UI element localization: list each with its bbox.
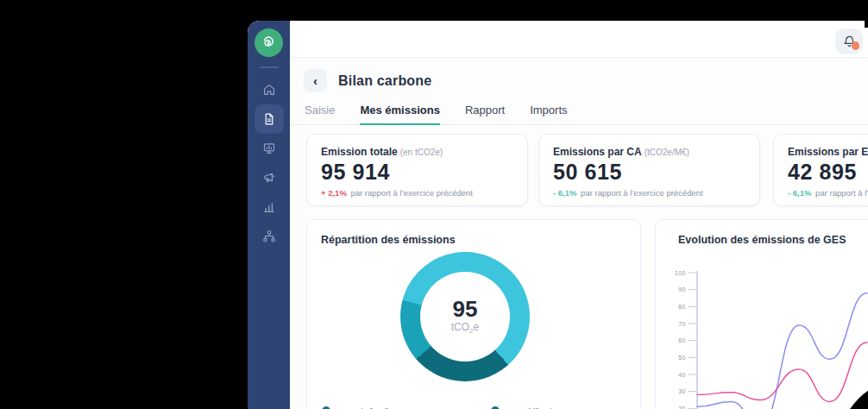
emissions-donut: 95 tCO2e [400, 252, 530, 381]
page-header: ‹ Bilan carbone [290, 58, 868, 92]
donut-center-unit: tCO2e [451, 321, 479, 335]
logo-spiral-icon [261, 35, 277, 51]
tab-rapport[interactable]: Rapport [465, 104, 505, 124]
stat-card-value: 95 914 [321, 160, 513, 185]
stat-card-title: Emissions par ETP(tCO2e/ETP) [788, 146, 868, 158]
tab-mes-emissions[interactable]: Mes émissions [360, 104, 440, 125]
sidebar-item-documents[interactable] [255, 104, 284, 134]
document-icon [262, 112, 276, 126]
content-area: Emission totale(en tCO2e) 95 914 + 2,1% … [290, 125, 868, 409]
notification-badge [852, 41, 859, 50]
page-background: ‹ Bilan carbone Saisie Mes émissions Rap… [0, 0, 868, 409]
evolution-ges-panel: Evolution des émissions de GES 100908070… [655, 219, 868, 409]
sidebar-divider [260, 66, 279, 68]
sidebar-item-dashboard[interactable] [255, 134, 284, 163]
tab-imports[interactable]: Imports [530, 104, 567, 124]
app-window: ‹ Bilan carbone Saisie Mes émissions Rap… [248, 21, 868, 409]
legend-item-immobilisation: Immobilisation 86 [491, 398, 627, 409]
page-title: Bilan carbone [338, 73, 431, 89]
charts-row: Répartition des émissions 95 tCO2e Energ… [306, 219, 868, 409]
stat-cards-row: Emission totale(en tCO2e) 95 914 + 2,1% … [306, 134, 868, 206]
stat-card-title: Emissions par CA(tCO2e/M€) [553, 146, 745, 158]
sidebar-item-organization[interactable] [255, 222, 284, 251]
ges-line-chart-svg: 100908070605040302010 [656, 263, 868, 409]
stat-delta-value: + 2,1% [321, 188, 347, 198]
cropped-element-top-right [865, 21, 868, 28]
monitor-chart-icon [262, 142, 276, 155]
stat-delta-value: - 6,1% [788, 188, 811, 198]
svg-text:100: 100 [675, 270, 686, 276]
repartition-panel: Répartition des émissions 95 tCO2e Energ… [306, 219, 641, 409]
svg-text:40: 40 [678, 372, 686, 378]
megaphone-icon [262, 171, 276, 185]
stat-card-emission-totale: Emission totale(en tCO2e) 95 914 + 2,1% … [306, 134, 528, 206]
stat-card-emissions-par-etp: Emissions par ETP(tCO2e/ETP) 42 895 - 6,… [773, 134, 868, 206]
stat-card-value: 50 615 [553, 160, 745, 185]
donut-center-value: 95 [453, 298, 478, 321]
svg-text:90: 90 [678, 286, 686, 293]
svg-text:50: 50 [678, 355, 686, 361]
stat-delta-value: - 6,1% [553, 188, 576, 198]
hierarchy-icon [262, 230, 276, 243]
svg-text:70: 70 [678, 321, 686, 327]
donut-center: 95 tCO2e [420, 272, 510, 362]
donut-chart-title: Répartition des émissions [321, 234, 626, 246]
sidebar-item-announcements[interactable] [255, 163, 284, 192]
svg-text:80: 80 [678, 304, 686, 310]
svg-text:20: 20 [678, 406, 686, 409]
bar-chart-icon [262, 200, 276, 214]
sidebar-item-home[interactable] [255, 75, 284, 104]
app-logo[interactable] [255, 28, 283, 57]
sidebar-item-analytics[interactable] [255, 192, 284, 222]
sidebar [248, 21, 290, 409]
stat-card-delta: - 6,1% par rapport à l’exercice précéden… [553, 188, 745, 198]
svg-text:30: 30 [678, 388, 686, 394]
stat-card-emissions-par-ca: Emissions par CA(tCO2e/M€) 50 615 - 6,1%… [538, 134, 760, 206]
notifications-button[interactable] [835, 28, 863, 54]
tab-bar: Saisie Mes émissions Rapport Imports [290, 92, 868, 125]
home-icon [262, 83, 276, 97]
donut-legend: Energie fossile 86 Immobilisation 86 Ele… [322, 398, 627, 409]
stat-card-delta: - 6,1% par rapport à l’exercice précéden… [788, 188, 868, 198]
legend-item-energie-fossile: Energie fossile 86 [322, 398, 458, 409]
main-area: ‹ Bilan carbone Saisie Mes émissions Rap… [290, 21, 868, 409]
svg-text:60: 60 [678, 337, 686, 343]
line-chart-title: Evolution des émissions de GES [678, 234, 868, 246]
stat-card-value: 42 895 [788, 160, 868, 185]
stat-card-title: Emission totale(en tCO2e) [321, 146, 513, 158]
back-button[interactable]: ‹ [304, 69, 327, 92]
tab-saisie[interactable]: Saisie [305, 104, 335, 124]
stat-card-delta: + 2,1% par rapport à l’exercice précéden… [321, 188, 513, 198]
stat-card-unit: (en tCO2e) [400, 148, 443, 157]
stat-card-unit: (tCO2e/M€) [645, 148, 689, 157]
topbar [290, 21, 868, 58]
